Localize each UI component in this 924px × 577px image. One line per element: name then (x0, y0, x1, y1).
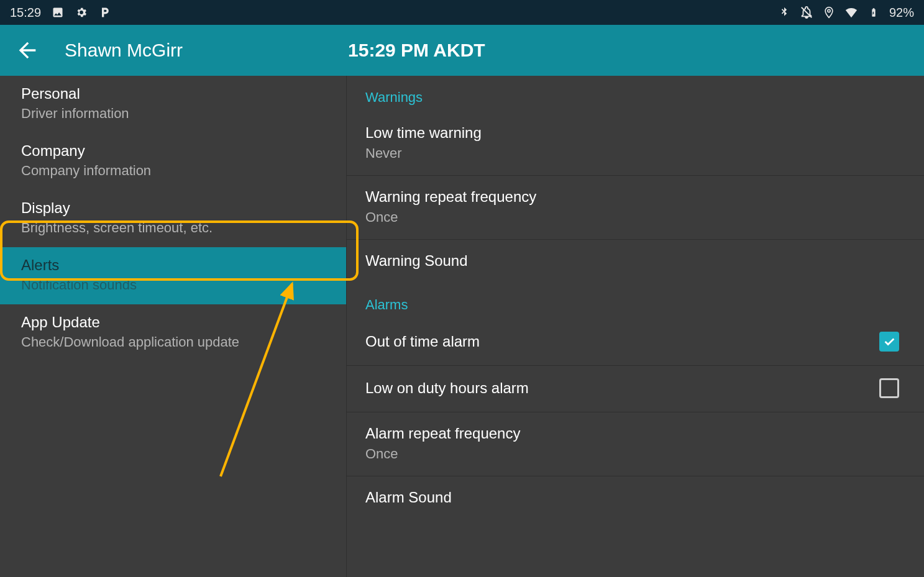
section-header-warnings: Warnings (347, 76, 924, 112)
sidebar-item-label: Display (21, 199, 325, 217)
setting-label: Low on duty hours alarm (365, 379, 879, 397)
setting-alarm-sound[interactable]: Alarm Sound (347, 476, 924, 520)
setting-value: Once (365, 446, 905, 462)
detail-pane: Warnings Low time warning Never Warning … (346, 76, 924, 577)
sidebar-item-label: Personal (21, 84, 325, 103)
setting-low-on-duty-hours-alarm[interactable]: Low on duty hours alarm (347, 366, 924, 412)
location-icon (822, 6, 836, 19)
section-header-alarms: Alarms (347, 283, 924, 319)
setting-label: Out of time alarm (365, 333, 879, 350)
status-battery-pct: 92% (889, 6, 914, 20)
check-icon (882, 335, 896, 348)
sidebar-item-label: App Update (21, 313, 325, 332)
sidebar-item-alerts[interactable]: Alerts Notification sounds (0, 247, 346, 304)
image-icon (51, 6, 65, 19)
status-bar: 15:29 92% (0, 0, 924, 25)
battery-icon (867, 6, 881, 19)
sidebar-item-label: Alerts (21, 256, 325, 275)
setting-warning-repeat-frequency[interactable]: Warning repeat frequency Once (347, 176, 924, 240)
page-title: Shawn McGirr (65, 40, 183, 61)
setting-label: Low time warning (365, 124, 905, 142)
sidebar-item-label: Company (21, 142, 325, 160)
arrow-back-icon (15, 38, 40, 63)
setting-low-time-warning[interactable]: Low time warning Never (347, 112, 924, 176)
app-bar: Shawn McGirr 15:29 PM AKDT (0, 25, 924, 76)
sidebar-item-subtitle: Notification sounds (21, 277, 325, 293)
setting-value: Never (365, 145, 905, 161)
sidebar-item-display[interactable]: Display Brightness, screen timeout, etc. (0, 190, 346, 247)
setting-warning-sound[interactable]: Warning Sound (347, 240, 924, 283)
sidebar-item-subtitle: Brightness, screen timeout, etc. (21, 220, 325, 236)
back-button[interactable] (12, 35, 42, 65)
setting-label: Alarm repeat frequency (365, 425, 905, 442)
setting-label: Alarm Sound (365, 489, 905, 506)
sidebar-item-subtitle: Check/Download application update (21, 334, 325, 350)
checkbox-low-on-duty-hours-alarm[interactable] (879, 378, 899, 398)
checkbox-out-of-time-alarm[interactable] (879, 332, 899, 352)
setting-alarm-repeat-frequency[interactable]: Alarm repeat frequency Once (347, 412, 924, 476)
sidebar: Personal Driver information Company Comp… (0, 76, 346, 577)
sidebar-item-subtitle: Company information (21, 163, 325, 179)
gear-icon (75, 6, 88, 19)
bluetooth-icon (777, 6, 791, 19)
bell-off-icon (800, 6, 813, 19)
sidebar-item-company[interactable]: Company Company information (0, 133, 346, 190)
sidebar-item-personal[interactable]: Personal Driver information (0, 76, 346, 133)
sidebar-item-app-update[interactable]: App Update Check/Download application up… (0, 304, 346, 361)
sidebar-item-subtitle: Driver information (21, 106, 325, 122)
p-icon (98, 6, 112, 19)
wifi-icon (844, 6, 858, 19)
setting-value: Once (365, 209, 905, 225)
status-time: 15:29 (10, 6, 41, 20)
app-bar-clock: 15:29 PM AKDT (348, 40, 485, 61)
setting-label: Warning Sound (365, 252, 905, 270)
setting-out-of-time-alarm[interactable]: Out of time alarm (347, 319, 924, 366)
setting-label: Warning repeat frequency (365, 188, 905, 206)
